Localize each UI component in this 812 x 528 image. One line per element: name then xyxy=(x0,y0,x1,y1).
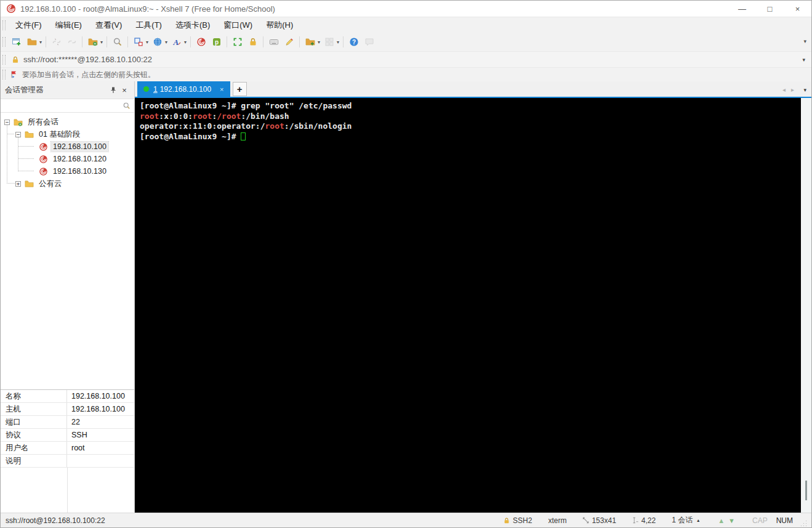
tree-item-label[interactable]: 192.168.10.130 xyxy=(51,166,108,176)
tab-scroll-right-icon[interactable]: ▸ xyxy=(791,86,794,93)
property-label: 端口 xyxy=(1,416,67,428)
tree-guide-line xyxy=(7,124,7,184)
window-layout-dropdown-caret[interactable]: ▾ xyxy=(146,39,148,45)
toolbar-separator xyxy=(343,36,344,47)
quick-commands-button[interactable] xyxy=(302,35,318,49)
tree-item-label[interactable]: 192.168.10.120 xyxy=(51,154,108,164)
prev-session-icon[interactable]: ▲ xyxy=(718,517,725,524)
tab-scroll-left-icon[interactable]: ◂ xyxy=(782,86,786,93)
tree-item-公有云[interactable]: +公有云 xyxy=(1,177,134,190)
tree-item-label[interactable]: 所有会话 xyxy=(26,116,60,128)
property-value[interactable]: 22 xyxy=(67,416,134,428)
address-dropdown-caret[interactable]: ▾ xyxy=(802,57,805,63)
tree-item-192.168.10.120[interactable]: 192.168.10.120 xyxy=(1,153,134,165)
property-value[interactable] xyxy=(67,455,134,467)
fullscreen-icon xyxy=(233,37,243,47)
tree-item-label[interactable]: 192.168.10.100 xyxy=(51,142,108,152)
tree-item-192.168.10.130[interactable]: 192.168.10.130 xyxy=(1,165,134,177)
disconnect-button xyxy=(49,35,64,49)
menu-edit[interactable]: 编辑(E) xyxy=(49,17,89,33)
open-session-dropdown-caret[interactable]: ▾ xyxy=(39,39,42,45)
terminal-line: root:x:0:0:root:/root:/bin/bash xyxy=(140,112,801,122)
toolbar-overflow-caret[interactable]: ▾ xyxy=(803,38,806,44)
property-value[interactable]: 192.168.10.100 xyxy=(67,390,134,402)
collapse-icon[interactable]: − xyxy=(4,120,10,125)
menu-help[interactable]: 帮助(H) xyxy=(259,17,300,33)
open-url-dropdown-caret[interactable]: ▾ xyxy=(165,39,167,45)
status-connection: ssh://root@192.168.10.100:22 xyxy=(6,516,487,525)
address-url[interactable]: ssh://root:******@192.168.10.100:22 xyxy=(23,55,802,64)
font-button[interactable]: A xyxy=(169,35,184,49)
menu-view[interactable]: 查看(V) xyxy=(89,17,129,33)
terminal-scrollbar[interactable] xyxy=(801,98,811,513)
session-search-input[interactable] xyxy=(4,102,123,110)
resize-grip[interactable] xyxy=(799,519,808,527)
tab-list-caret[interactable]: ▾ xyxy=(803,87,806,93)
status-session-count[interactable]: 1 会话 ▴ xyxy=(672,515,699,526)
session-properties-button[interactable] xyxy=(85,35,100,49)
xshell-button[interactable] xyxy=(193,35,209,49)
find-button[interactable] xyxy=(110,35,125,49)
virtual-keyboard-icon xyxy=(269,37,279,47)
help-button[interactable]: ? xyxy=(346,35,361,49)
property-value[interactable]: 192.168.10.100 xyxy=(67,403,134,415)
tab-close-icon[interactable]: × xyxy=(220,86,223,93)
close-button[interactable]: × xyxy=(784,1,811,17)
property-value[interactable]: root xyxy=(67,442,134,454)
property-value[interactable]: SSH xyxy=(67,429,134,441)
folder-icon xyxy=(25,130,34,139)
xftp-button[interactable]: p xyxy=(209,35,224,49)
window-layout-button[interactable] xyxy=(131,35,146,49)
new-session-button[interactable] xyxy=(9,35,24,49)
session-manager-header: 会话管理器 × xyxy=(1,81,134,99)
session-icon xyxy=(39,167,48,176)
grep-match-text: root xyxy=(140,112,159,121)
maximize-button[interactable]: □ xyxy=(756,1,784,17)
flag-icon xyxy=(10,70,18,79)
close-panel-icon[interactable]: × xyxy=(119,84,130,95)
toolbar-separator xyxy=(107,36,107,47)
open-session-button[interactable] xyxy=(24,35,39,49)
quick-commands-dropdown-caret[interactable]: ▾ xyxy=(318,39,320,45)
open-url-button[interactable] xyxy=(150,35,165,49)
tree-item-192.168.10.100[interactable]: 192.168.10.100 xyxy=(1,140,134,153)
terminal-text: operator:x:11:0:operator:/ xyxy=(140,121,265,131)
menu-window[interactable]: 窗口(W) xyxy=(217,17,259,33)
virtual-keyboard-button[interactable] xyxy=(266,35,281,49)
search-icon xyxy=(123,102,131,110)
menu-tools[interactable]: 工具(T) xyxy=(129,17,169,33)
scrollbar-thumb[interactable] xyxy=(805,481,807,500)
fullscreen-button[interactable] xyxy=(230,35,245,49)
info-message: 要添加当前会话，点击左侧的箭头按钮。 xyxy=(22,70,155,80)
tree-item-01-基础阶段[interactable]: −01 基础阶段 xyxy=(1,128,134,140)
session-properties-dropdown-caret[interactable]: ▾ xyxy=(100,39,103,45)
tab-session[interactable]: 1 192.168.10.100 × xyxy=(137,81,230,97)
tree-guide-line xyxy=(7,134,14,134)
lock-screen-button[interactable] xyxy=(245,35,260,49)
tree-item-label[interactable]: 公有云 xyxy=(37,178,64,190)
menu-file[interactable]: 文件(F) xyxy=(9,17,49,33)
pin-icon[interactable] xyxy=(108,84,119,95)
tree-item-所有会话[interactable]: −所有会话 xyxy=(1,116,134,128)
tree-guide-line xyxy=(18,158,34,159)
minimize-button[interactable]: — xyxy=(728,1,756,17)
terminal[interactable]: [root@AlmaLinux9 ~]# grep "root" /etc/pa… xyxy=(135,98,801,513)
compose-pane-button[interactable] xyxy=(281,35,297,49)
next-session-icon[interactable]: ▼ xyxy=(728,517,735,524)
folder-icon xyxy=(25,179,34,189)
new-tab-button[interactable]: + xyxy=(233,82,247,96)
session-search xyxy=(1,99,134,113)
font-dropdown-caret[interactable]: ▾ xyxy=(184,39,187,45)
collapse-icon[interactable]: − xyxy=(15,132,21,137)
disconnect-icon xyxy=(52,37,62,47)
titlebar: 192.168.10.100 - root@AlmaLinux9:~ - Xsh… xyxy=(1,1,811,17)
terminal-line: [root@AlmaLinux9 ~]# xyxy=(140,132,801,142)
menu-tabs[interactable]: 选项卡(B) xyxy=(169,17,217,33)
status-cursor-position: 4,22 xyxy=(632,516,656,525)
session-list-caret-icon[interactable]: ▴ xyxy=(697,518,699,523)
expand-icon[interactable]: + xyxy=(15,181,21,187)
tree-item-label[interactable]: 01 基础阶段 xyxy=(37,129,82,140)
quick-commands-icon xyxy=(305,37,315,47)
main-area: 会话管理器 × −所有会话−01 基础阶段192.168.10.100192.1… xyxy=(1,81,811,513)
xshell-logo-icon xyxy=(6,4,16,14)
